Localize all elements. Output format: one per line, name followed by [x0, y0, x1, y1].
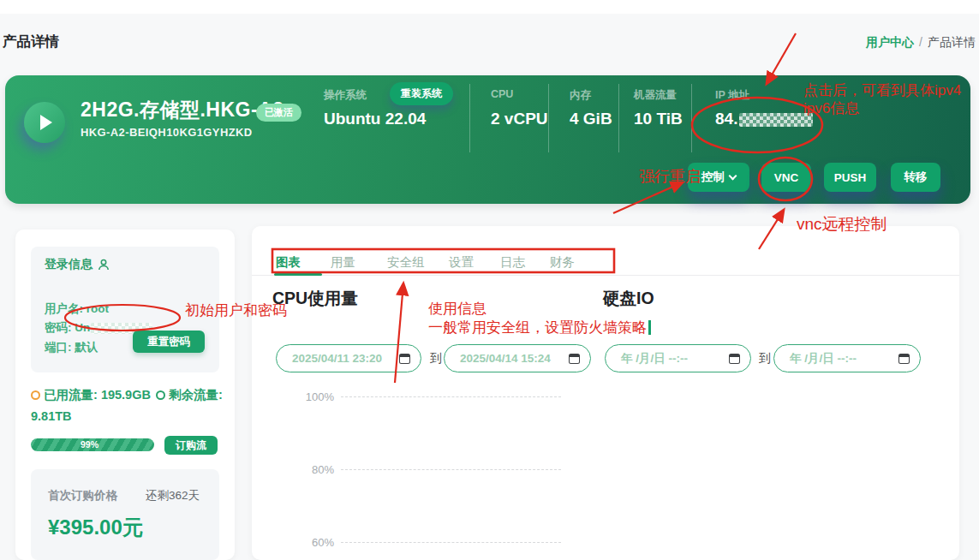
spec-cpu-label: CPU: [491, 88, 513, 100]
main-panel: [252, 226, 959, 560]
disk-date-to-placeholder: 年 /月/日 --:--: [790, 351, 857, 366]
remaining-traffic-icon: [156, 390, 165, 400]
y-axis-tick-60: 60%: [301, 536, 334, 549]
gridline-100: [341, 396, 561, 397]
control-button[interactable]: 控制: [688, 163, 749, 192]
breadcrumb: 用户中心/产品详情: [866, 35, 976, 51]
cpu-usage-title: CPU使用量: [272, 287, 358, 310]
tab-settings[interactable]: 设置: [449, 254, 474, 271]
port-row: 端口: 默认: [45, 340, 98, 355]
server-hostname: HKG-A2-BEIQH10KG1GYHZKD: [81, 126, 253, 139]
used-traffic-value: 195.9GB: [101, 388, 151, 402]
cpu-date-to-value: 2025/04/14 15:24: [460, 352, 551, 365]
order-traffic-button[interactable]: 订购流: [164, 436, 218, 455]
page-title: 产品详情: [3, 33, 59, 51]
reset-password-button[interactable]: 重置密码: [133, 331, 205, 353]
chevron-down-icon: [729, 171, 737, 180]
play-icon: [40, 115, 52, 130]
cpu-date-from-value: 2025/04/11 23:20: [292, 352, 382, 365]
ip-address[interactable]: 84.: [715, 110, 813, 128]
spec-os-label: 操作系统: [324, 88, 367, 103]
spec-divider: [618, 84, 619, 152]
calendar-icon[interactable]: [729, 354, 740, 364]
calendar-icon[interactable]: [399, 354, 410, 364]
ip-address-visible: 84.: [715, 110, 737, 128]
disk-date-from-placeholder: 年 /月/日 --:--: [621, 351, 688, 366]
traffic-summary: 已用流量: 195.9GB剩余流量: 9.81TB: [31, 384, 226, 427]
tab-logs[interactable]: 日志: [500, 254, 525, 271]
server-name: 2H2G.存储型.HKG-A2: [81, 97, 284, 123]
y-axis-tick-80: 80%: [301, 463, 334, 476]
remaining-traffic-value: 9.81TB: [31, 409, 72, 423]
gridline-60: [341, 542, 561, 543]
push-button[interactable]: PUSH: [824, 163, 876, 192]
spec-divider: [548, 84, 549, 152]
active-tab-underline: [274, 273, 322, 276]
spec-traffic-label: 机器流量: [634, 88, 677, 103]
vnc-button[interactable]: VNC: [761, 163, 811, 192]
date-range-to-label: 到: [759, 351, 771, 366]
disk-io-title: 硬盘IO: [603, 287, 654, 310]
user-icon: [98, 259, 110, 271]
y-axis-tick-100: 100%: [301, 390, 334, 403]
disk-date-to-input[interactable]: 年 /月/日 --:--: [773, 344, 921, 372]
cpu-date-from-input[interactable]: 2025/04/11 23:20: [276, 344, 421, 372]
spec-ip-label: IP 地址: [715, 88, 749, 103]
price-amount: ¥395.00元: [48, 514, 143, 541]
cpu-date-to-input[interactable]: 2025/04/14 15:24: [444, 344, 591, 372]
spec-divider: [691, 84, 692, 152]
spec-memory-label: 内存: [570, 88, 591, 103]
gridline-80: [341, 469, 561, 470]
date-range-to-label: 到: [430, 351, 442, 366]
calendar-icon[interactable]: [898, 354, 910, 364]
login-info-title: 登录信息: [45, 257, 110, 272]
tab-billing[interactable]: 财务: [550, 254, 575, 271]
tab-usage[interactable]: 用量: [331, 254, 355, 271]
power-play-button[interactable]: [24, 102, 65, 143]
spec-memory-value: 4 GiB: [570, 110, 612, 128]
breadcrumb-current: 产品详情: [928, 35, 976, 49]
login-info-title-text: 登录信息: [45, 257, 93, 272]
spec-cpu-value: 2 vCPU: [491, 110, 548, 128]
password-value-visible: Un: [75, 321, 90, 334]
reinstall-os-button[interactable]: 重装系统: [390, 82, 453, 105]
ip-address-blur: [739, 113, 813, 127]
server-summary-card: 2H2G.存储型.HKG-A2 已激活 HKG-A2-BEIQH10KG1GYH…: [5, 75, 970, 204]
status-badge: 已激活: [256, 104, 301, 122]
top-strip: [0, 0, 979, 14]
days-remaining: 还剩362天: [146, 488, 200, 503]
breadcrumb-separator: /: [919, 35, 922, 49]
calendar-icon[interactable]: [569, 354, 580, 364]
spec-divider: [469, 84, 470, 152]
used-traffic-icon: [31, 390, 40, 400]
tab-bar-divider: [252, 275, 959, 276]
breadcrumb-user-center[interactable]: 用户中心: [866, 35, 914, 49]
transfer-button[interactable]: 转移: [891, 163, 940, 192]
tab-security-group[interactable]: 安全组: [387, 254, 425, 271]
spec-traffic-value: 10 TiB: [634, 110, 683, 128]
username-row: 用户名: root: [45, 301, 109, 317]
spec-os-value: Ubuntu 22.04: [324, 110, 426, 128]
port-value: 默认: [75, 341, 98, 354]
traffic-progress-bar: 99%: [31, 438, 154, 451]
traffic-progress-label: 99%: [81, 439, 98, 450]
username-value: root: [87, 302, 109, 315]
disk-date-from-input[interactable]: 年 /月/日 --:--: [605, 344, 751, 372]
first-order-price-label: 首次订购价格: [48, 488, 117, 503]
tab-charts[interactable]: 图表: [276, 254, 301, 271]
